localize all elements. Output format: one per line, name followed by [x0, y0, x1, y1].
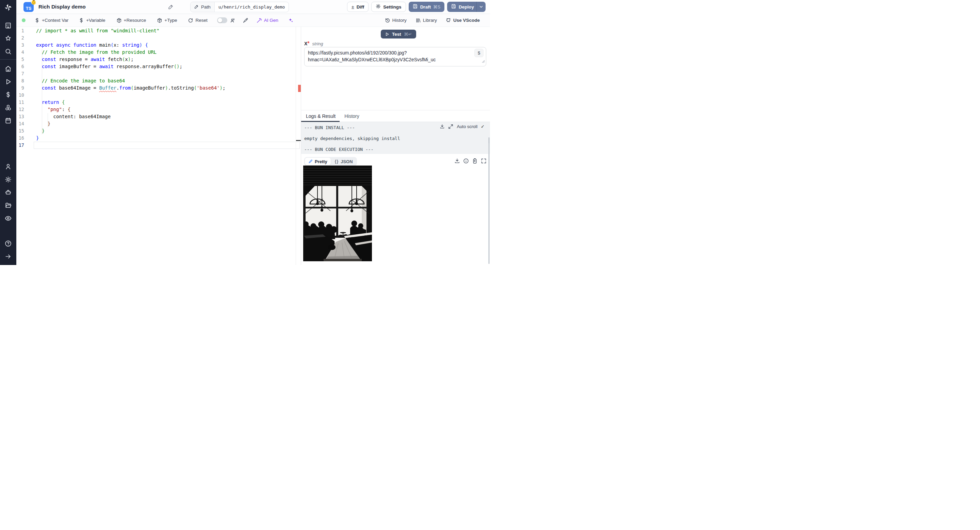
- code-lines: 1// import * as wmill from "windmill-cli…: [16, 27, 301, 149]
- search-icon[interactable]: [0, 45, 16, 58]
- typescript-badge: TS 👶: [24, 2, 34, 12]
- add-variable-button[interactable]: +Variable: [79, 18, 105, 23]
- play-icon[interactable]: [0, 75, 16, 88]
- result-view-switcher: Pretty {} JSON: [304, 157, 357, 166]
- settings-button[interactable]: Settings: [371, 2, 406, 12]
- sparkles-icon[interactable]: [288, 18, 293, 23]
- code-line[interactable]: 14 }: [16, 120, 301, 128]
- add-context-var-button[interactable]: +Context Var: [34, 18, 68, 23]
- multiplayer-toggle[interactable]: [217, 18, 227, 23]
- home-icon[interactable]: [0, 62, 16, 75]
- code-line[interactable]: 2: [16, 34, 301, 42]
- save-icon: [451, 4, 456, 10]
- pretty-option[interactable]: Pretty: [305, 158, 331, 165]
- calendar-icon[interactable]: [0, 114, 16, 127]
- test-button[interactable]: Test ⌘↵: [381, 30, 416, 38]
- wand-icon: [256, 18, 262, 23]
- page-title: Rich Display demo: [38, 4, 86, 10]
- history-button[interactable]: History: [385, 18, 407, 23]
- add-type-button[interactable]: +Type: [157, 18, 177, 23]
- multiplayer-icon: [230, 18, 235, 23]
- code-editor[interactable]: 1// import * as wmill from "windmill-cli…: [16, 27, 301, 265]
- tab-history[interactable]: History: [344, 110, 360, 121]
- auto-scroll-check-icon[interactable]: ✓: [481, 124, 485, 129]
- code-line[interactable]: 17: [16, 142, 301, 149]
- code-line[interactable]: 8 // Encode the image to base64: [16, 77, 301, 85]
- arg-x-input[interactable]: https://fastly.picsum.photos/id/192/200/…: [304, 47, 486, 66]
- code-line[interactable]: 1// import * as wmill from "windmill-cli…: [16, 27, 301, 34]
- variable-picker-button[interactable]: $: [474, 49, 484, 57]
- json-option[interactable]: {} JSON: [331, 158, 356, 165]
- overview-ruler: [296, 27, 296, 265]
- diff-button[interactable]: ± Diff: [347, 2, 369, 12]
- cursor-marker: [296, 140, 301, 141]
- add-resource-button[interactable]: +Resource: [116, 18, 146, 23]
- format-brush-icon[interactable]: [243, 18, 248, 23]
- folder-icon[interactable]: [0, 199, 16, 212]
- baby-emoji-badge: 👶: [31, 0, 37, 5]
- library-button[interactable]: Library: [415, 18, 437, 23]
- editor-toolbar: +Context Var +Variable +Resource +Type R…: [16, 14, 490, 27]
- code-line[interactable]: 16}: [16, 134, 301, 142]
- library-icon: [415, 18, 421, 23]
- history-icon: [385, 18, 390, 23]
- eye-icon[interactable]: [0, 212, 16, 225]
- ai-gen-button[interactable]: AI Gen: [256, 18, 278, 23]
- resize-handle[interactable]: [482, 58, 485, 65]
- save-icon: [413, 4, 418, 10]
- header: TS 👶 Rich Display demo Path u/henri/rich…: [16, 0, 490, 14]
- deploy-button[interactable]: Deploy: [447, 2, 485, 12]
- clipboard-copy-icon[interactable]: [472, 158, 478, 164]
- windmill-script-editor: TS 👶 Rich Display demo Path u/henri/rich…: [0, 0, 490, 265]
- reset-button[interactable]: Reset: [188, 18, 207, 23]
- panel-scrollbar[interactable]: [488, 143, 490, 264]
- draft-button[interactable]: Draft ⌘S: [409, 2, 444, 12]
- code-line[interactable]: 7: [16, 70, 301, 77]
- arg-x-label: x* string: [304, 40, 323, 47]
- code-line[interactable]: 10: [16, 92, 301, 99]
- help-icon[interactable]: [0, 237, 16, 250]
- dollar-icon: [79, 18, 84, 23]
- arrow-right-icon[interactable]: [0, 250, 16, 263]
- info-icon[interactable]: [463, 158, 469, 164]
- building-icon[interactable]: [0, 19, 16, 32]
- download-icon[interactable]: [440, 124, 445, 129]
- result-image: [303, 166, 372, 261]
- package-icon: [157, 18, 162, 23]
- test-shortcut: ⌘↵: [404, 32, 412, 37]
- chevron-down-icon[interactable]: [476, 2, 485, 12]
- code-line[interactable]: 15 }: [16, 128, 301, 134]
- tab-logs-result[interactable]: Logs & Result: [306, 110, 336, 121]
- code-line[interactable]: 3export async function main(x: string) {: [16, 42, 301, 49]
- code-line[interactable]: 12 "png": {: [16, 106, 301, 113]
- code-line[interactable]: 13 content: base64Image: [16, 113, 301, 120]
- path-label: Path: [201, 5, 211, 10]
- expand-icon[interactable]: [448, 124, 453, 129]
- package-icon: [116, 18, 122, 23]
- code-line[interactable]: 11 return {: [16, 99, 301, 106]
- code-line[interactable]: 5 const response = await fetch(x);: [16, 56, 301, 63]
- cubes-icon[interactable]: [0, 101, 16, 114]
- code-line[interactable]: 6 const imageBuffer = await response.arr…: [16, 63, 301, 70]
- dollar-icon[interactable]: [0, 88, 16, 101]
- dollar-icon: [34, 18, 40, 23]
- run-panel: Test ⌘↵ x* string https://fastly.picsum.…: [301, 27, 490, 265]
- star-icon[interactable]: [0, 32, 16, 45]
- auto-scroll-label[interactable]: Auto scroll: [457, 124, 477, 129]
- use-vscode-button[interactable]: Use VScode: [446, 18, 480, 23]
- pencil-icon: [194, 5, 199, 10]
- windmill-logo-icon[interactable]: [0, 0, 16, 15]
- sidebar: [0, 0, 16, 265]
- maximize-icon[interactable]: [481, 158, 487, 164]
- pen-icon: [308, 160, 313, 164]
- robot-icon[interactable]: [0, 186, 16, 199]
- download-icon[interactable]: [454, 158, 460, 164]
- code-line[interactable]: 9 const base64Image = Buffer.from(imageB…: [16, 85, 301, 92]
- edit-summary-pencil-icon[interactable]: [167, 3, 175, 11]
- user-icon[interactable]: [0, 160, 16, 173]
- path-button[interactable]: Path u/henri/rich_display_demo: [190, 2, 289, 12]
- code-line[interactable]: 4 // Fetch the image from the provided U…: [16, 49, 301, 56]
- log-panel: --- BUN INSTALL --- empty dependencies, …: [301, 122, 490, 154]
- gear-icon[interactable]: [0, 173, 16, 186]
- path-value: u/henri/rich_display_demo: [215, 2, 289, 12]
